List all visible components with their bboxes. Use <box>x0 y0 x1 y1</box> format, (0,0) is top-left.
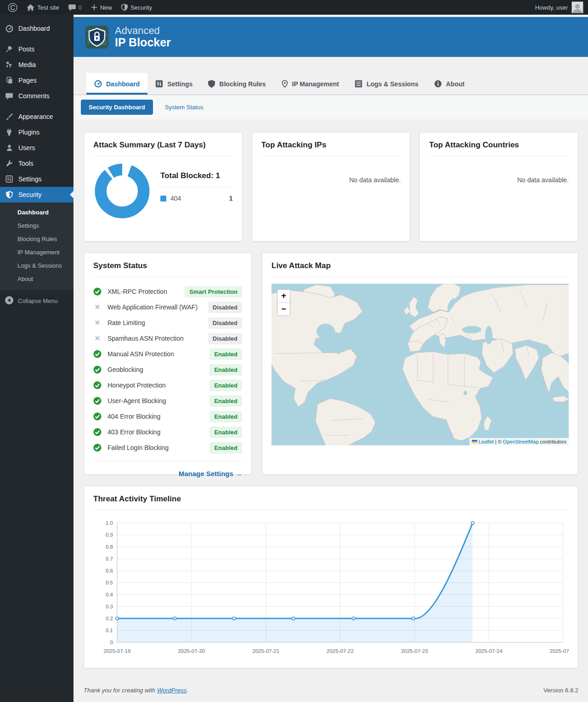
sidebar-item-comments[interactable]: Comments <box>0 88 74 104</box>
feature-label: Manual ASN Protection <box>107 350 174 358</box>
sidebar-item-label: Security <box>18 191 42 198</box>
card-title: Attack Summary (Last 7 Days) <box>93 140 233 150</box>
svg-text:2025-07-21: 2025-07-21 <box>252 648 279 654</box>
sidebar-item-label: Comments <box>18 92 50 100</box>
x-icon: ✕ <box>93 334 102 343</box>
check-circle-icon <box>93 397 102 405</box>
card-divider <box>93 156 233 156</box>
check-circle-icon <box>93 428 102 436</box>
feature-label: Web Application Firewall (WAF) <box>107 303 198 311</box>
menu-separator <box>0 104 74 109</box>
plugin-title-line2: IP Blocker <box>115 36 171 49</box>
sidebar-item-label: Posts <box>18 45 34 53</box>
dashboard-gauge-icon <box>94 80 102 88</box>
security-adminbar-link[interactable]: Security <box>117 0 156 15</box>
status-badge: Disabled <box>208 333 242 344</box>
check-circle-icon <box>93 444 102 452</box>
world-map-graphic <box>271 284 569 445</box>
leaflet-map[interactable]: + − Leaflet | © OpenStreetMap contributo… <box>271 284 569 445</box>
status-badge: Smart Protection <box>185 286 242 298</box>
admin-bar-right: Howdy, user <box>535 1 588 13</box>
pushpin-icon <box>5 45 14 53</box>
submenu-item-logs-sessions[interactable]: Logs & Sessions <box>0 259 74 272</box>
sidebar-item-security[interactable]: Security <box>0 187 74 202</box>
sidebar-item-plugins[interactable]: Plugins <box>0 124 74 140</box>
svg-text:0.3: 0.3 <box>106 604 113 609</box>
leaflet-link[interactable]: Leaflet <box>479 439 494 444</box>
pages-icon <box>5 77 14 84</box>
svg-text:2025-07-22: 2025-07-22 <box>327 648 354 654</box>
status-badge: Enabled <box>209 364 242 376</box>
openstreetmap-link[interactable]: OpenStreetMap <box>503 439 539 444</box>
wordpress-logo-icon: Ⓒ <box>8 3 17 12</box>
subtab-system-status[interactable]: System Status <box>165 104 204 111</box>
tab-dashboard[interactable]: Dashboard <box>86 73 147 95</box>
system-status-row: GeoblockingEnabled <box>93 362 242 377</box>
tab-settings[interactable]: Settings <box>147 73 200 95</box>
submenu-item-settings[interactable]: Settings <box>0 219 74 232</box>
tab-logs-sessions[interactable]: Logs & Sessions <box>347 73 426 95</box>
map-zoom-out-button[interactable]: − <box>277 303 290 315</box>
sidebar-item-tools[interactable]: Tools <box>0 156 74 171</box>
sidebar-item-settings[interactable]: Settings <box>0 171 74 187</box>
check-circle-icon <box>93 287 102 296</box>
site-name-link[interactable]: Test site <box>23 0 63 15</box>
feature-label: User-Agent Blocking <box>107 397 166 404</box>
wrench-icon <box>5 160 14 167</box>
top-attacking-ips-card: Top Attacking IPs No data available. <box>252 132 411 241</box>
collapse-menu-button[interactable]: Collapse Menu <box>0 290 74 312</box>
wordpress-logo-menu[interactable]: Ⓒ <box>4 0 22 15</box>
timeline-row: Threat Activity Timeline 00.10.20.30.40.… <box>84 486 578 668</box>
admin-bar-left: Ⓒ Test site 0 New Security <box>0 0 156 15</box>
no-data-message: No data available. <box>261 176 401 184</box>
feature-label: Failed Login Blocking <box>107 444 169 451</box>
location-pin-icon <box>282 80 288 88</box>
tabs-bar: Dashboard Settings Blocking Rules IP Man… <box>74 73 588 95</box>
sidebar-item-media[interactable]: Media <box>0 57 74 73</box>
check-circle-icon <box>93 412 102 421</box>
sidebar-item-label: Media <box>18 61 36 68</box>
x-icon: ✕ <box>93 319 102 327</box>
plugin-header: Advanced IP Blocker <box>74 17 588 57</box>
sliders-icon <box>5 175 14 183</box>
no-data-message: No data available. <box>429 176 569 184</box>
tab-blocking-rules[interactable]: Blocking Rules <box>200 73 273 95</box>
tab-ip-management[interactable]: IP Management <box>274 73 347 95</box>
sidebar-item-pages[interactable]: Pages <box>0 73 74 88</box>
svg-text:0.5: 0.5 <box>106 580 113 585</box>
card-title: Threat Activity Timeline <box>93 494 569 504</box>
user-icon <box>5 144 14 152</box>
paintbrush-icon <box>5 113 14 120</box>
sidebar-item-appearance[interactable]: Appearance <box>0 109 74 124</box>
system-status-card: System Status XML-RPC ProtectionSmart Pr… <box>84 253 252 475</box>
wordpress-link[interactable]: WordPress <box>157 687 187 694</box>
status-badge: Enabled <box>209 395 242 407</box>
submenu-item-blocking-rules[interactable]: Blocking Rules <box>0 232 74 246</box>
sidebar-item-users[interactable]: Users <box>0 140 74 156</box>
manage-settings-link[interactable]: Manage Settings → <box>179 470 242 477</box>
tab-about[interactable]: About <box>426 73 472 95</box>
svg-text:0.6: 0.6 <box>106 568 113 573</box>
attack-summary-body: Total Blocked: 1 404 1 <box>93 163 233 219</box>
status-badge: Enabled <box>209 380 242 391</box>
subtab-security-dashboard[interactable]: Security Dashboard <box>81 100 153 115</box>
map-zoom-in-button[interactable]: + <box>277 290 290 303</box>
subtab-bar: Security Dashboard System Status <box>74 95 588 119</box>
comments-indicator[interactable]: 0 <box>64 0 86 15</box>
svg-text:2025-07-20: 2025-07-20 <box>178 648 205 654</box>
sidebar-item-dashboard[interactable]: Dashboard <box>0 21 74 36</box>
tab-label: Logs & Sessions <box>367 80 418 88</box>
submenu-item-dashboard[interactable]: Dashboard <box>0 206 74 219</box>
check-circle-icon <box>93 365 102 374</box>
user-avatar[interactable] <box>571 1 583 13</box>
plugin-title-line1: Advanced <box>115 25 171 36</box>
sidebar-item-posts[interactable]: Posts <box>0 41 74 57</box>
legend-value: 1 <box>229 195 233 202</box>
submenu-item-ip-management[interactable]: IP Management <box>0 246 74 259</box>
map-attribution: Leaflet | © OpenStreetMap contributors <box>469 438 569 445</box>
howdy-text[interactable]: Howdy, user <box>535 4 568 11</box>
feature-label: Spamhaus ASN Protection <box>107 335 184 342</box>
submenu-item-about[interactable]: About <box>0 272 74 286</box>
new-content-button[interactable]: New <box>87 0 116 15</box>
card-divider <box>429 156 569 156</box>
